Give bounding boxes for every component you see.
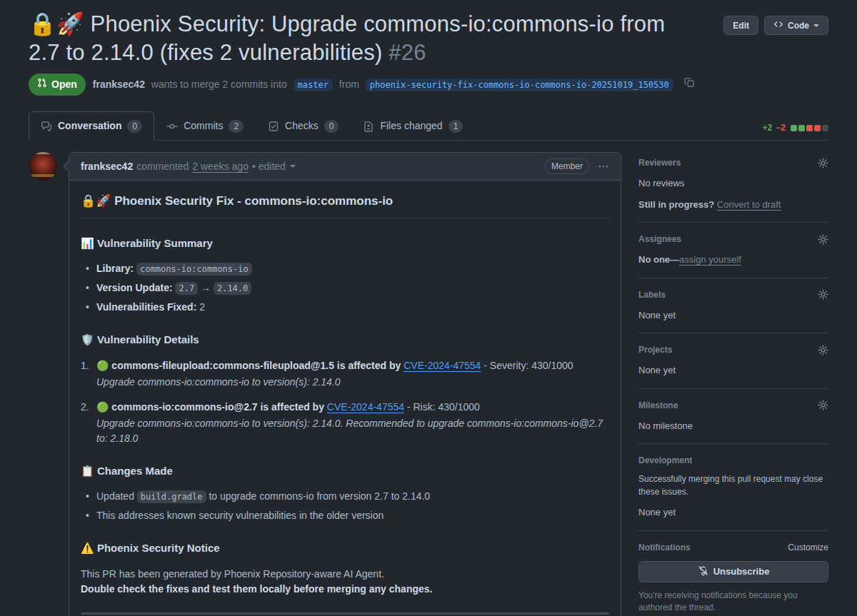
tab-commits[interactable]: Commits 2 — [154, 111, 256, 141]
timeline: franksec42 commented 2 weeks ago • edite… — [29, 152, 621, 616]
diffstat-blocks — [791, 125, 828, 131]
code-icon — [773, 19, 783, 31]
diffstat-deletions: −2 — [776, 121, 786, 134]
tab-commits-label: Commits — [184, 118, 223, 133]
development-title: Development — [638, 454, 692, 467]
unsubscribe-button[interactable]: Unsubscribe — [638, 561, 828, 582]
edit-button[interactable]: Edit — [723, 16, 758, 35]
assignees-title: Assignees — [638, 233, 681, 246]
library-code: commons-io:commons-io — [136, 263, 252, 276]
comment-body: 🔒🚀 Phoenix Security Fix - commons-io:com… — [69, 181, 621, 616]
item-line: 🟢 commons-fileupload:commons-fileupload@… — [96, 358, 573, 373]
gradle-code: build.gradle — [137, 490, 206, 503]
comment-header: franksec42 commented 2 weeks ago • edite… — [69, 153, 621, 181]
tab-conversation-label: Conversation — [58, 118, 121, 133]
code-button[interactable]: Code — [764, 16, 828, 35]
notifications-title: Notifications — [638, 541, 691, 554]
comment-header-actions: Member ⋯ — [545, 158, 609, 174]
checklist-icon — [268, 121, 279, 132]
diffstat-block-add — [791, 125, 797, 131]
severity-text: - Severity: 430/1000 — [481, 360, 573, 371]
diffstat-block-del — [814, 125, 821, 131]
version-to-code: 2.14.0 — [214, 282, 251, 295]
changes-list: Updated build.gradle to upgrade commons-… — [81, 489, 609, 523]
tab-checks-count: 0 — [324, 120, 339, 133]
head-branch-label[interactable]: phoenix-security-fix-commons-io-commons-… — [366, 79, 673, 91]
assignees-empty-text: No one— — [638, 254, 679, 265]
assign-yourself-link[interactable]: assign yourself — [679, 254, 741, 265]
merge-summary: franksec42 wants to merge 2 commits into… — [93, 77, 695, 92]
comment-author[interactable]: franksec42 — [81, 159, 133, 174]
details-heading: 🛡️ Vulnerability Details — [81, 332, 609, 348]
pull-request-icon — [37, 77, 47, 92]
gear-icon[interactable] — [818, 400, 828, 410]
tab-files-changed-count: 1 — [448, 120, 463, 133]
milestone-empty-text: No milestone — [638, 419, 828, 433]
labels-empty-text: None yet — [638, 308, 828, 323]
pr-title-text: 🔒🚀 Phoenix Security: Upgrade commons-io:… — [29, 11, 665, 65]
divider — [81, 612, 609, 615]
gear-icon[interactable] — [818, 158, 828, 168]
merge-text: wants to merge 2 commits into — [151, 79, 287, 90]
gear-icon[interactable] — [818, 345, 828, 355]
changes-heading: 📋 Changes Made — [81, 463, 609, 480]
notifications-note: You're receiving notifications because y… — [638, 590, 828, 615]
unsubscribe-label: Unsubscribe — [713, 566, 770, 577]
tab-conversation[interactable]: Conversation 0 — [29, 111, 154, 141]
remediation-note: Upgrade commons-io:commons-io to version… — [96, 416, 609, 446]
notice-heading: ⚠️ Phoenix Security Notice — [81, 540, 609, 557]
member-badge: Member — [545, 158, 589, 174]
tab-checks-label: Checks — [285, 118, 319, 133]
changes-item-gradle: Updated build.gradle to upgrade commons-… — [81, 489, 609, 504]
author-avatar[interactable] — [29, 152, 57, 181]
projects-title: Projects — [638, 343, 672, 356]
item-line: 🟢 commons-io:commons-io@2.7 is affected … — [96, 400, 609, 415]
milestone-title: Milestone — [638, 399, 678, 412]
copy-branch-button[interactable] — [684, 77, 695, 90]
summary-heading: 📊 Vulnerability Summary — [81, 236, 609, 252]
sidebar-section-assignees: Assignees No one—assign yourself — [638, 223, 828, 278]
gear-icon[interactable] — [818, 234, 828, 245]
tab-files-changed[interactable]: Files changed 1 — [351, 111, 475, 141]
comment-edited: • edited — [252, 159, 286, 174]
customize-link[interactable]: Customize — [788, 541, 828, 554]
bell-slash-icon — [698, 565, 708, 578]
tab-checks[interactable]: Checks 0 — [256, 111, 351, 141]
notice-paragraph: This PR has been generated by Phoenix Re… — [81, 567, 609, 597]
gear-icon[interactable] — [818, 289, 828, 300]
header-actions: Edit Code — [723, 16, 828, 35]
development-empty-text: None yet — [638, 505, 828, 520]
kebab-menu-button[interactable]: ⋯ — [598, 160, 609, 173]
diffstat-block-neutral — [822, 125, 828, 131]
tab-files-changed-label: Files changed — [380, 118, 442, 133]
base-branch-label[interactable]: master — [294, 79, 333, 91]
code-button-label: Code — [788, 21, 809, 31]
pr-sidebar: Reviewers No reviews Still in progress? … — [638, 152, 828, 616]
sidebar-section-labels: Labels None yet — [638, 278, 828, 334]
reviewers-empty-text: No reviews — [638, 176, 828, 191]
sidebar-section-milestone: Milestone No milestone — [638, 389, 828, 445]
item-content: 🟢 commons-fileupload:commons-fileupload@… — [96, 358, 573, 390]
page-title: 🔒🚀 Phoenix Security: Upgrade commons-io:… — [29, 10, 700, 66]
convert-to-draft-link[interactable]: Convert to draft — [717, 199, 781, 210]
summary-list: Library: commons-io:commons-io Version U… — [81, 261, 609, 315]
cve-link[interactable]: CVE-2024-47554 — [327, 401, 404, 413]
risk-text: - Risk: 430/1000 — [404, 401, 480, 413]
vulnerability-text: 🟢 commons-fileupload:commons-fileupload@… — [96, 360, 404, 371]
sidebar-section-notifications: Notifications Customize Unsubscribe You'… — [638, 531, 828, 616]
diffstat-block-del — [806, 125, 813, 131]
summary-fixed-item: Vulnerabilities Fixed: 2 — [81, 300, 609, 315]
vulnerability-item: 2. 🟢 commons-io:commons-io@2.7 is affect… — [81, 400, 609, 446]
diffstat: +2 −2 — [763, 121, 828, 140]
item-number: 1. — [81, 358, 96, 390]
cve-link[interactable]: CVE-2024-47554 — [404, 360, 481, 371]
labels-title: Labels — [638, 288, 666, 301]
notice-line2: Double check the fixes and test them loc… — [81, 582, 609, 597]
sidebar-section-development: Development Successfully merging this pu… — [638, 444, 828, 531]
file-diff-icon — [363, 121, 374, 132]
edited-dropdown-icon[interactable] — [290, 165, 296, 168]
comment-timestamp[interactable]: 2 weeks ago — [192, 159, 249, 174]
notice-line1: This PR has been generated by Phoenix Re… — [81, 568, 384, 580]
pr-author[interactable]: franksec42 — [93, 79, 145, 90]
tab-conversation-count: 0 — [127, 120, 142, 133]
